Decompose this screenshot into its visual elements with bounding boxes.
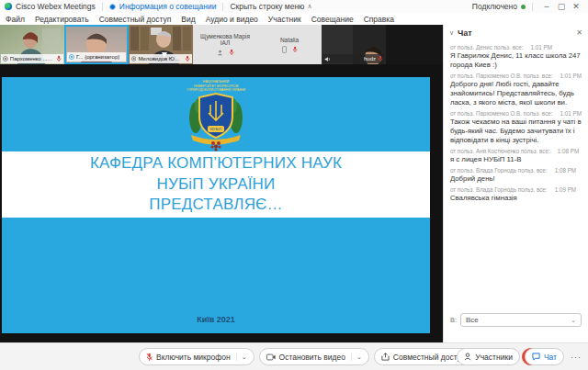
message-sender: от польз. Пархоменко О.В. польз. все: <box>450 73 553 79</box>
message-sender: от польз. Денис польз. все: <box>450 44 524 50</box>
message-time: 1:09 PM <box>555 186 576 193</box>
video-tile-parkhomenko[interactable]: Пархоменко ... (я) <box>0 25 64 64</box>
menu-audio-video[interactable]: Аудио и видео <box>206 15 258 24</box>
chevron-up-icon[interactable]: ∧ <box>307 3 311 10</box>
connected-dot-icon <box>521 5 526 9</box>
message-body: Я Гаврилюк Денис, 11 класс школа 247 гор… <box>450 51 582 70</box>
person-audio-icon <box>217 50 223 56</box>
audio-indicator-icon <box>3 56 8 62</box>
connection-status: Подключено <box>472 2 517 11</box>
control-toolbar: Включить микрофон ⌄ Остановить видео ⌄ С… <box>0 342 588 370</box>
unmute-button[interactable]: Включить микрофон ⌄ <box>139 348 254 365</box>
webex-window: Cisco Webex Meetings Информация о совеща… <box>0 0 588 370</box>
message-time: 1:01 PM <box>560 110 582 117</box>
menu-help[interactable]: Справка <box>364 15 394 24</box>
mic-muted-icon <box>292 46 298 53</box>
menu-participant[interactable]: Участник <box>268 15 301 24</box>
divider <box>532 3 533 11</box>
shared-content-stage: НАЦІОНАЛЬНИЙ УНІВЕРСИТЕТ БІОРЕСУРСІВ І П… <box>0 64 443 342</box>
hide-menubar-button[interactable]: Скрыть строку меню <box>230 2 304 11</box>
recipient-select[interactable]: Все ⌄ <box>460 313 582 327</box>
mic-muted-icon <box>56 55 62 62</box>
collapse-chevron-icon[interactable]: ∨ <box>449 29 454 37</box>
unmute-label: Включить микрофон <box>156 353 231 362</box>
message-sender: от польз. Пархоменко О.В. польз. все: <box>450 110 553 117</box>
menu-file[interactable]: Файл <box>6 15 25 24</box>
participants-toggle-button[interactable]: Участники <box>457 348 520 365</box>
stop-video-label: Остановить видео <box>279 353 345 362</box>
menu-share[interactable]: Совместный доступ <box>99 15 172 24</box>
title-bar: Cisco Webex Meetings Информация о совеща… <box>0 0 588 13</box>
stop-video-button[interactable]: Остановить видео ⌄ <box>259 348 369 365</box>
slide-title: КАФЕДРА КОМП’ЮТЕРНИХ НАУК НУБіП УКРАЇНИ … <box>2 151 430 218</box>
presentation-slide: НАЦІОНАЛЬНИЙ УНІВЕРСИТЕТ БІОРЕСУРСІВ І П… <box>2 77 430 333</box>
tile-name-bar: Миловидов Юрій ... <box>130 54 192 63</box>
close-chat-icon[interactable]: ✕ <box>576 28 582 37</box>
message-time: 1:08 PM <box>555 167 576 174</box>
message-time: 1:01 PM <box>560 73 582 79</box>
mic-muted-icon <box>378 55 383 62</box>
message-body: Доброго дня! Любі гості, давайте знайоми… <box>450 80 582 107</box>
main-area: Пархоменко ... (я) <box>0 25 588 342</box>
video-tile-shumenkova[interactable]: Щуменкова Марія ІАЛ <box>193 25 257 64</box>
video-tile-mylovidov[interactable]: Миловидов Юрій ... <box>129 25 193 64</box>
nubip-crest-icon: НУБіП <box>184 93 248 151</box>
participants-label: Участники <box>475 353 513 362</box>
video-tile-organizer[interactable]: Г... (организатор) <box>64 25 129 64</box>
mic-muted-icon <box>229 49 234 56</box>
slide-footer: Київ 2021 <box>2 315 430 324</box>
recipient-value: Все <box>466 316 479 324</box>
audio-options-chevron-icon[interactable]: ⌄ <box>236 353 247 361</box>
share-content-label: Совместный доступ <box>393 353 466 362</box>
chat-message: от польз. Влада Горнодь польз. все:1:08 … <box>450 167 582 184</box>
chat-message: от польз. Денис польз. все:1:01 PM Я Гав… <box>450 44 582 70</box>
participant-name: hudz <box>364 56 376 62</box>
mic-muted-icon <box>185 55 190 62</box>
mic-muted-icon <box>146 353 153 362</box>
to-label: В: <box>450 316 457 324</box>
crest-banner-text: НУБіП <box>210 127 221 131</box>
participant-name: Natalia <box>280 37 299 43</box>
content-column: Пархоменко ... (я) <box>0 25 443 342</box>
tile-name-bar: Г... (организатор) <box>67 52 126 62</box>
chat-label: Чат <box>544 353 557 362</box>
minimize-button[interactable]: – <box>539 2 554 11</box>
chat-bubble-icon <box>532 353 540 361</box>
chat-message: от польз. Влада Горнодь польз. все:1:09 … <box>450 186 582 203</box>
university-name-text: НАЦІОНАЛЬНИЙ УНІВЕРСИТЕТ БІОРЕСУРСІВ І П… <box>187 80 244 93</box>
speaking-indicator-icon <box>69 54 74 60</box>
message-body: я с лицея НУБіП 11-В <box>450 155 582 164</box>
video-options-chevron-icon[interactable]: ⌄ <box>351 353 362 361</box>
participants-icon <box>464 353 471 361</box>
participant-name: Щуменкова Марія ІАЛ <box>195 33 255 46</box>
menu-meeting[interactable]: Совещание <box>311 15 354 24</box>
participant-name: Пархоменко ... (я) <box>10 56 54 62</box>
speaker-icon <box>324 56 331 62</box>
chevron-down-icon: ⌄ <box>571 317 576 324</box>
message-time: 1:01 PM <box>530 44 551 50</box>
chat-message: от польз. Пархоменко О.В. польз. все:1:0… <box>450 110 582 145</box>
maximize-button[interactable]: ▢ <box>554 2 569 11</box>
app-title: Cisco Webex Meetings <box>16 2 96 11</box>
webex-logo-icon <box>5 3 12 10</box>
message-sender: от польз. Аня Костюченко польз. все: <box>450 148 550 154</box>
phone-device-icon <box>282 46 287 53</box>
chat-toggle-button[interactable]: Чат <box>525 348 564 365</box>
panel-toggles: Участники Чат ··· <box>457 348 583 365</box>
menu-edit[interactable]: Редактировать <box>35 15 89 24</box>
video-filmstrip: Пархоменко ... (я) <box>0 25 386 64</box>
camera-icon <box>266 353 276 361</box>
slide-title-line: ПРЕДСТАВЛЯЄ… <box>2 195 430 215</box>
participant-name: Миловидов Юрій ... <box>138 56 183 62</box>
message-sender: от польз. Влада Горнодь польз. все: <box>450 167 548 174</box>
more-panels-button[interactable]: ··· <box>569 353 583 362</box>
close-button[interactable]: ✕ <box>569 2 583 11</box>
tile-name-bar: hudz <box>322 54 385 63</box>
menu-view[interactable]: Вид <box>181 15 195 24</box>
message-sender: от польз. Влада Горнодь польз. все: <box>450 186 548 193</box>
meeting-info-button[interactable]: Информация о совещании <box>119 2 217 11</box>
university-emblem: НАЦІОНАЛЬНИЙ УНІВЕРСИТЕТ БІОРЕСУРСІВ І П… <box>2 80 430 151</box>
video-tile-natalia[interactable]: Natalia <box>257 25 322 64</box>
video-tile-hudz[interactable]: hudz <box>322 25 386 64</box>
chat-header: ∨ Чат ✕ <box>444 25 588 40</box>
